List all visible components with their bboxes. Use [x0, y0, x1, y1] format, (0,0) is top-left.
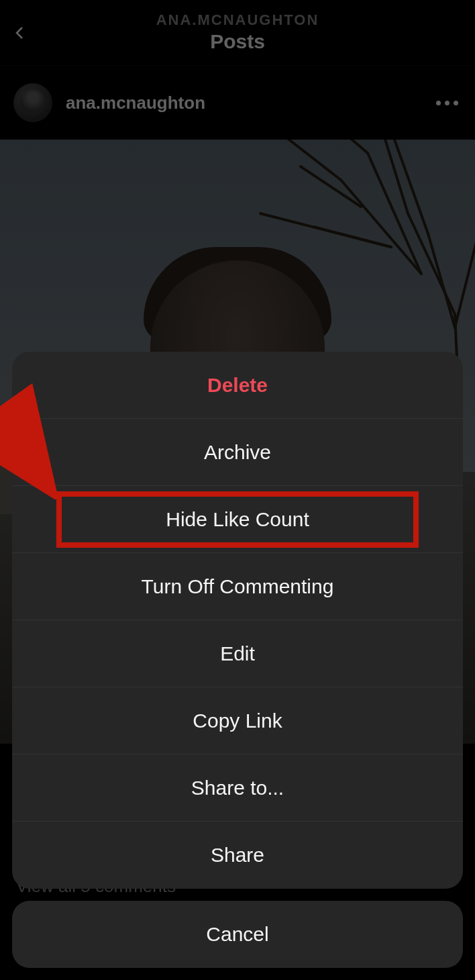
sheet-item-delete[interactable]: Delete	[12, 352, 463, 419]
action-sheet-container: DeleteArchiveHide Like CountTurn Off Com…	[0, 352, 475, 980]
screen: ANA.MCNAUGHTON Posts ana.mcnaughton	[0, 0, 475, 980]
cancel-button[interactable]: Cancel	[12, 901, 463, 968]
sheet-item-share[interactable]: Share	[12, 822, 463, 889]
sheet-item-share-to[interactable]: Share to...	[12, 754, 463, 822]
sheet-item-edit[interactable]: Edit	[12, 620, 463, 687]
sheet-item-hide-like-count[interactable]: Hide Like Count	[12, 486, 463, 553]
sheet-item-turn-off-commenting[interactable]: Turn Off Commenting	[12, 553, 463, 620]
sheet-item-archive[interactable]: Archive	[12, 419, 463, 486]
sheet-item-copy-link[interactable]: Copy Link	[12, 687, 463, 754]
action-sheet: DeleteArchiveHide Like CountTurn Off Com…	[12, 352, 463, 889]
